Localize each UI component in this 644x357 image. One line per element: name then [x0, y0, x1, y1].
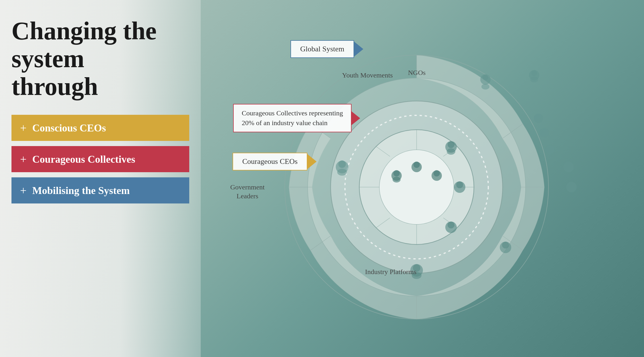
courageous-collectives-box: Courageous Collectives representing20% o… — [233, 104, 352, 132]
left-panel: Changing the system through + Conscious … — [0, 0, 189, 357]
svg-point-45 — [393, 170, 400, 176]
svg-point-38 — [448, 141, 454, 148]
courageous-ceos-callout: Courageous CEOs — [233, 153, 317, 170]
industry-platforms-label: Industry Platforms — [365, 267, 416, 276]
global-system-box: Global System — [290, 40, 354, 58]
accordion-item-courageous-collectives[interactable]: + Courageous Collectives — [11, 146, 175, 172]
courageous-collectives-arrow — [352, 111, 360, 125]
accordion-item-mobilising-system[interactable]: + Mobilising the System — [11, 177, 175, 203]
svg-point-14 — [379, 150, 454, 224]
diagram-container: Global System Youth Movements NGOs Coura… — [202, 26, 603, 342]
global-system-callout: Global System — [290, 40, 363, 58]
courageous-ceos-box: Courageous CEOs — [233, 153, 307, 170]
plus-icon-gold: + — [20, 121, 27, 135]
conscious-ceos-button[interactable]: + Conscious CEOs — [11, 115, 189, 141]
svg-point-36 — [337, 169, 347, 176]
svg-point-35 — [338, 160, 346, 168]
svg-point-55 — [502, 242, 509, 249]
conscious-ceos-label: Conscious CEOs — [32, 122, 106, 134]
mobilising-system-label: Mobilising the System — [32, 185, 130, 197]
svg-point-46 — [393, 177, 401, 183]
svg-point-41 — [456, 181, 463, 188]
svg-point-24 — [481, 84, 489, 90]
svg-point-29 — [534, 114, 543, 123]
right-panel: Global System Youth Movements NGOs Coura… — [189, 0, 644, 357]
svg-point-32 — [563, 162, 574, 172]
svg-point-27 — [531, 70, 537, 76]
courageous-ceos-arrow — [307, 154, 317, 169]
ngos-label: NGOs — [408, 69, 426, 77]
svg-point-33 — [566, 182, 577, 192]
main-heading: Changing the system through — [11, 17, 175, 100]
accordion-item-conscious-ceos[interactable]: + Conscious CEOs — [11, 115, 175, 141]
courageous-ceos-text: Courageous CEOs — [242, 157, 298, 166]
youth-movements-text: Youth Movements — [342, 71, 393, 79]
svg-point-28 — [530, 77, 538, 82]
ngos-text: NGOs — [408, 69, 426, 76]
global-system-text: Global System — [300, 45, 344, 53]
plus-icon-red: + — [20, 152, 27, 166]
svg-point-39 — [447, 148, 455, 155]
courageous-collectives-callout: Courageous Collectives representing20% o… — [233, 104, 360, 132]
global-system-arrow — [354, 42, 363, 57]
youth-movements-label: Youth Movements — [342, 71, 393, 80]
industry-platforms-text: Industry Platforms — [365, 268, 416, 275]
svg-point-50 — [413, 162, 420, 168]
svg-point-30 — [540, 128, 549, 137]
plus-icon-blue: + — [20, 184, 27, 197]
main-content: Changing the system through + Conscious … — [0, 0, 644, 357]
government-leaders-text: GovernmentLeaders — [230, 183, 265, 200]
courageous-collectives-label: Courageous Collectives — [32, 153, 135, 165]
mobilising-system-button[interactable]: + Mobilising the System — [11, 177, 189, 203]
svg-point-31 — [545, 145, 555, 154]
svg-point-43 — [448, 222, 454, 228]
svg-point-25 — [483, 75, 488, 80]
svg-point-48 — [434, 170, 440, 176]
government-leaders-label: GovernmentLeaders — [230, 183, 265, 201]
courageous-collectives-button[interactable]: + Courageous Collectives — [11, 146, 189, 172]
